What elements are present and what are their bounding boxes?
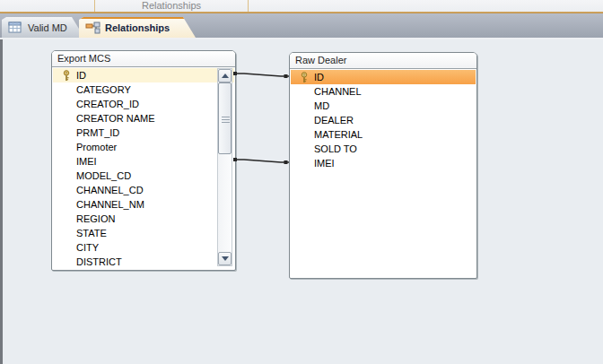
field-row-id[interactable]: ID <box>53 68 234 82</box>
ribbon-strip: Relationships <box>0 0 603 12</box>
field-name: CREATOR NAME <box>76 113 155 124</box>
key-spacer <box>62 213 76 225</box>
key-spacer <box>62 256 76 268</box>
relationship-line-imei[interactable] <box>233 158 289 164</box>
field-name: CHANNEL_CD <box>76 185 144 195</box>
table-window-titlebar[interactable]: Export MCS <box>52 51 235 67</box>
tab-valid-md[interactable]: Valid MD <box>2 17 84 38</box>
table-window-titlebar[interactable]: Raw Dealer <box>290 53 476 69</box>
field-row-region[interactable]: REGION <box>53 212 234 226</box>
key-spacer <box>62 127 76 139</box>
field-name: MD <box>314 100 329 111</box>
tab-label: Valid MD <box>28 22 67 33</box>
field-row-state[interactable]: STATE <box>53 226 234 240</box>
field-row-model-cd[interactable]: MODEL_CD <box>53 169 234 183</box>
primary-key-icon <box>300 72 314 83</box>
field-row-dealer[interactable]: DEALER <box>291 113 476 127</box>
field-row-creator-id[interactable]: CREATOR_ID <box>53 97 234 111</box>
key-spacer <box>300 158 314 169</box>
field-row-material[interactable]: MATERIAL <box>291 127 476 142</box>
field-row-prmt-id[interactable]: PRMT_ID <box>53 126 234 140</box>
field-name: CATEGORY <box>76 84 131 95</box>
key-spacer <box>62 228 76 239</box>
access-window: Relationships Valid MD <box>0 0 603 364</box>
scroll-down-button[interactable] <box>218 252 232 265</box>
field-name: DISTRICT <box>76 256 122 267</box>
thumb-grip <box>222 117 230 123</box>
table-window-raw-dealer: Raw Dealer IDCHANNELMDDEALERMATERIALSOLD… <box>289 52 477 279</box>
relationships-canvas[interactable]: Export MCS IDCATEGORYCREATOR_IDCREATOR N… <box>0 39 603 364</box>
key-spacer <box>300 115 314 126</box>
field-name: CITY <box>76 242 99 253</box>
field-name: STATE <box>76 228 107 238</box>
key-spacer <box>62 242 76 254</box>
tab-label: Relationships <box>105 22 170 33</box>
field-name: SOLD TO <box>314 143 357 154</box>
field-row-md[interactable]: MD <box>291 99 476 113</box>
key-spacer <box>62 156 76 168</box>
field-row-sold-to[interactable]: SOLD TO <box>291 142 476 156</box>
field-name: MODEL_CD <box>76 170 131 181</box>
field-name: CHANNEL <box>314 86 362 97</box>
key-spacer <box>300 129 314 141</box>
relationships-icon <box>85 22 100 34</box>
field-name: Promoter <box>76 142 117 152</box>
field-row-imei[interactable]: IMEI <box>291 156 476 170</box>
key-spacer <box>62 170 76 182</box>
vertical-scrollbar[interactable] <box>217 68 232 266</box>
key-spacer <box>62 185 76 196</box>
field-name: ID <box>314 72 324 82</box>
field-name: IMEI <box>76 156 97 167</box>
field-name: REGION <box>76 213 115 224</box>
field-name: CREATOR_ID <box>76 99 139 109</box>
field-row-imei[interactable]: IMEI <box>53 154 234 169</box>
field-list: IDCATEGORYCREATOR_IDCREATOR NAMEPRMT_IDP… <box>53 68 234 269</box>
field-row-category[interactable]: CATEGORY <box>53 82 234 97</box>
primary-key-icon <box>62 70 76 82</box>
field-name: IMEI <box>314 158 335 169</box>
field-row-channel-nm[interactable]: CHANNEL_NM <box>53 197 234 212</box>
field-row-creator-name[interactable]: CREATOR NAME <box>53 111 234 126</box>
key-spacer <box>62 142 76 153</box>
field-name: ID <box>76 70 86 81</box>
field-row-channel[interactable]: CHANNEL <box>291 84 476 99</box>
field-row-district[interactable]: DISTRICT <box>53 255 234 269</box>
field-row-city[interactable]: CITY <box>53 240 234 255</box>
tab-relationships[interactable]: Relationships <box>79 17 196 38</box>
key-spacer <box>62 199 76 211</box>
ribbon-group-separator <box>248 0 249 12</box>
key-spacer <box>62 113 76 125</box>
field-row-promoter[interactable]: Promoter <box>53 140 234 154</box>
document-tab-bar: Valid MD Relationships <box>0 13 603 39</box>
field-name: CHANNEL_NM <box>76 199 144 210</box>
ribbon-group-label: Relationships <box>95 0 248 12</box>
key-spacer <box>300 143 314 155</box>
field-name: DEALER <box>314 115 354 126</box>
field-name: PRMT_ID <box>76 127 119 138</box>
relationship-line-id[interactable] <box>233 72 289 78</box>
field-row-id[interactable]: ID <box>291 70 476 84</box>
field-row-channel-cd[interactable]: CHANNEL_CD <box>53 183 234 197</box>
datasheet-icon <box>8 22 23 34</box>
key-spacer <box>300 100 314 112</box>
scrollbar-thumb[interactable] <box>218 82 232 154</box>
scroll-up-button[interactable] <box>218 69 232 82</box>
table-window-export-mcs: Export MCS IDCATEGORYCREATOR_IDCREATOR N… <box>51 50 236 271</box>
field-list: IDCHANNELMDDEALERMATERIALSOLD TOIMEI <box>291 70 476 277</box>
key-spacer <box>62 84 76 96</box>
key-spacer <box>300 86 314 98</box>
key-spacer <box>62 99 76 110</box>
field-name: MATERIAL <box>314 129 363 140</box>
